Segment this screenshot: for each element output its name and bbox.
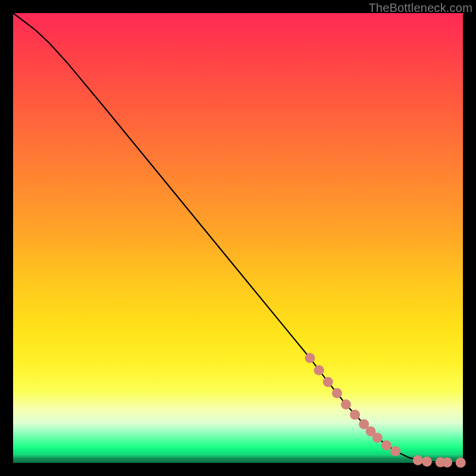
- chart-stage: TheBottleneck.com: [0, 0, 476, 476]
- chart-plot-area: [13, 13, 463, 463]
- watermark-label: TheBottleneck.com: [368, 1, 472, 15]
